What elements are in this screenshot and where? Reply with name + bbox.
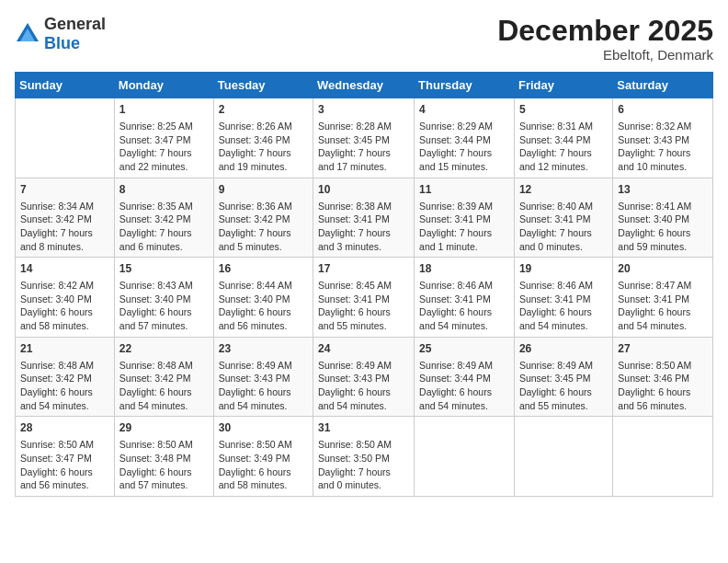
logo-icon — [15, 21, 40, 47]
day-number: 9 — [219, 182, 308, 198]
calendar-cell: 2Sunrise: 8:26 AMSunset: 3:46 PMDaylight… — [213, 98, 313, 178]
calendar-cell — [613, 417, 713, 497]
calendar-cell: 30Sunrise: 8:50 AMSunset: 3:49 PMDayligh… — [213, 417, 313, 497]
calendar-cell: 16Sunrise: 8:44 AMSunset: 3:40 PMDayligh… — [213, 258, 313, 338]
day-content: Sunrise: 8:47 AMSunset: 3:41 PMDaylight:… — [618, 279, 708, 333]
day-content: Sunrise: 8:38 AMSunset: 3:41 PMDaylight:… — [318, 200, 409, 254]
calendar-cell: 27Sunrise: 8:50 AMSunset: 3:46 PMDayligh… — [613, 337, 713, 417]
day-content: Sunrise: 8:50 AMSunset: 3:50 PMDaylight:… — [318, 438, 409, 492]
day-content: Sunrise: 8:48 AMSunset: 3:42 PMDaylight:… — [20, 359, 109, 413]
calendar-day-header: Friday — [514, 73, 612, 98]
page-subtitle: Ebeltoft, Denmark — [497, 47, 713, 63]
calendar-day-header: Saturday — [613, 73, 713, 98]
logo-general: General — [44, 15, 106, 33]
day-content: Sunrise: 8:39 AMSunset: 3:41 PMDaylight:… — [419, 200, 509, 254]
calendar-cell: 6Sunrise: 8:32 AMSunset: 3:43 PMDaylight… — [613, 98, 713, 178]
day-content: Sunrise: 8:32 AMSunset: 3:43 PMDaylight:… — [618, 120, 708, 174]
calendar-week-row: 1Sunrise: 8:25 AMSunset: 3:47 PMDaylight… — [16, 98, 713, 178]
day-number: 11 — [419, 182, 509, 198]
calendar-day-header: Thursday — [415, 73, 515, 98]
day-number: 2 — [219, 102, 308, 118]
calendar-cell — [415, 417, 515, 497]
calendar-cell: 4Sunrise: 8:29 AMSunset: 3:44 PMDaylight… — [415, 98, 515, 178]
day-content: Sunrise: 8:44 AMSunset: 3:40 PMDaylight:… — [219, 279, 308, 333]
day-content: Sunrise: 8:40 AMSunset: 3:41 PMDaylight:… — [519, 200, 608, 254]
calendar-cell: 17Sunrise: 8:45 AMSunset: 3:41 PMDayligh… — [313, 258, 415, 338]
day-content: Sunrise: 8:50 AMSunset: 3:46 PMDaylight:… — [618, 359, 708, 413]
day-number: 17 — [318, 261, 409, 277]
day-number: 30 — [219, 420, 308, 436]
day-content: Sunrise: 8:26 AMSunset: 3:46 PMDaylight:… — [219, 120, 308, 174]
day-content: Sunrise: 8:41 AMSunset: 3:40 PMDaylight:… — [618, 200, 708, 254]
page-title: December 2025 — [497, 15, 713, 47]
calendar-cell: 26Sunrise: 8:49 AMSunset: 3:45 PMDayligh… — [514, 337, 612, 417]
calendar-cell: 20Sunrise: 8:47 AMSunset: 3:41 PMDayligh… — [613, 258, 713, 338]
day-content: Sunrise: 8:25 AMSunset: 3:47 PMDaylight:… — [119, 120, 209, 174]
day-content: Sunrise: 8:35 AMSunset: 3:42 PMDaylight:… — [119, 200, 209, 254]
calendar-cell: 12Sunrise: 8:40 AMSunset: 3:41 PMDayligh… — [514, 178, 612, 258]
calendar-cell: 9Sunrise: 8:36 AMSunset: 3:42 PMDaylight… — [213, 178, 313, 258]
day-number: 18 — [419, 261, 509, 277]
day-number: 28 — [20, 420, 109, 436]
day-number: 4 — [419, 102, 509, 118]
day-content: Sunrise: 8:28 AMSunset: 3:45 PMDaylight:… — [318, 120, 409, 174]
calendar-day-header: Sunday — [16, 73, 115, 98]
calendar-day-header: Monday — [114, 73, 213, 98]
calendar-cell: 24Sunrise: 8:49 AMSunset: 3:43 PMDayligh… — [313, 337, 415, 417]
calendar-cell: 19Sunrise: 8:46 AMSunset: 3:41 PMDayligh… — [514, 258, 612, 338]
day-number: 25 — [419, 341, 509, 357]
calendar-week-row: 28Sunrise: 8:50 AMSunset: 3:47 PMDayligh… — [16, 417, 713, 497]
day-number: 24 — [318, 341, 409, 357]
calendar-cell: 15Sunrise: 8:43 AMSunset: 3:40 PMDayligh… — [114, 258, 213, 338]
calendar-cell: 28Sunrise: 8:50 AMSunset: 3:47 PMDayligh… — [16, 417, 115, 497]
day-number: 14 — [20, 261, 109, 277]
calendar-day-header: Wednesday — [313, 73, 415, 98]
calendar-cell: 1Sunrise: 8:25 AMSunset: 3:47 PMDaylight… — [114, 98, 213, 178]
calendar-cell: 10Sunrise: 8:38 AMSunset: 3:41 PMDayligh… — [313, 178, 415, 258]
day-content: Sunrise: 8:43 AMSunset: 3:40 PMDaylight:… — [119, 279, 209, 333]
day-number: 15 — [119, 261, 209, 277]
day-content: Sunrise: 8:46 AMSunset: 3:41 PMDaylight:… — [419, 279, 509, 333]
day-number: 6 — [618, 102, 708, 118]
calendar-week-row: 7Sunrise: 8:34 AMSunset: 3:42 PMDaylight… — [16, 178, 713, 258]
day-number: 23 — [219, 341, 308, 357]
calendar-cell: 25Sunrise: 8:49 AMSunset: 3:44 PMDayligh… — [415, 337, 515, 417]
day-content: Sunrise: 8:45 AMSunset: 3:41 PMDaylight:… — [318, 279, 409, 333]
calendar-cell: 8Sunrise: 8:35 AMSunset: 3:42 PMDaylight… — [114, 178, 213, 258]
day-content: Sunrise: 8:29 AMSunset: 3:44 PMDaylight:… — [419, 120, 509, 174]
page-header: General Blue December 2025 Ebeltoft, Den… — [15, 15, 713, 63]
calendar-cell: 5Sunrise: 8:31 AMSunset: 3:44 PMDaylight… — [514, 98, 612, 178]
calendar-cell: 29Sunrise: 8:50 AMSunset: 3:48 PMDayligh… — [114, 417, 213, 497]
calendar-cell: 13Sunrise: 8:41 AMSunset: 3:40 PMDayligh… — [613, 178, 713, 258]
day-content: Sunrise: 8:34 AMSunset: 3:42 PMDaylight:… — [20, 200, 109, 254]
calendar-week-row: 21Sunrise: 8:48 AMSunset: 3:42 PMDayligh… — [16, 337, 713, 417]
calendar-cell: 3Sunrise: 8:28 AMSunset: 3:45 PMDaylight… — [313, 98, 415, 178]
day-content: Sunrise: 8:42 AMSunset: 3:40 PMDaylight:… — [20, 279, 109, 333]
day-number: 19 — [519, 261, 608, 277]
calendar-cell: 31Sunrise: 8:50 AMSunset: 3:50 PMDayligh… — [313, 417, 415, 497]
calendar-cell: 23Sunrise: 8:49 AMSunset: 3:43 PMDayligh… — [213, 337, 313, 417]
day-number: 31 — [318, 420, 409, 436]
day-content: Sunrise: 8:50 AMSunset: 3:48 PMDaylight:… — [119, 438, 209, 492]
day-number: 27 — [618, 341, 708, 357]
day-number: 1 — [119, 102, 209, 118]
calendar-cell: 21Sunrise: 8:48 AMSunset: 3:42 PMDayligh… — [16, 337, 115, 417]
day-number: 12 — [519, 182, 608, 198]
day-number: 3 — [318, 102, 409, 118]
logo-text: General Blue — [44, 15, 106, 53]
day-number: 20 — [618, 261, 708, 277]
calendar-cell: 14Sunrise: 8:42 AMSunset: 3:40 PMDayligh… — [16, 258, 115, 338]
logo-blue: Blue — [44, 34, 80, 52]
day-number: 7 — [20, 182, 109, 198]
day-number: 10 — [318, 182, 409, 198]
calendar-cell — [16, 98, 115, 178]
calendar-table: SundayMondayTuesdayWednesdayThursdayFrid… — [15, 72, 713, 497]
day-content: Sunrise: 8:48 AMSunset: 3:42 PMDaylight:… — [119, 359, 209, 413]
day-content: Sunrise: 8:31 AMSunset: 3:44 PMDaylight:… — [519, 120, 608, 174]
day-number: 29 — [119, 420, 209, 436]
day-number: 5 — [519, 102, 608, 118]
title-area: December 2025 Ebeltoft, Denmark — [497, 15, 713, 63]
day-content: Sunrise: 8:46 AMSunset: 3:41 PMDaylight:… — [519, 279, 608, 333]
day-content: Sunrise: 8:50 AMSunset: 3:49 PMDaylight:… — [219, 438, 308, 492]
day-content: Sunrise: 8:50 AMSunset: 3:47 PMDaylight:… — [20, 438, 109, 492]
